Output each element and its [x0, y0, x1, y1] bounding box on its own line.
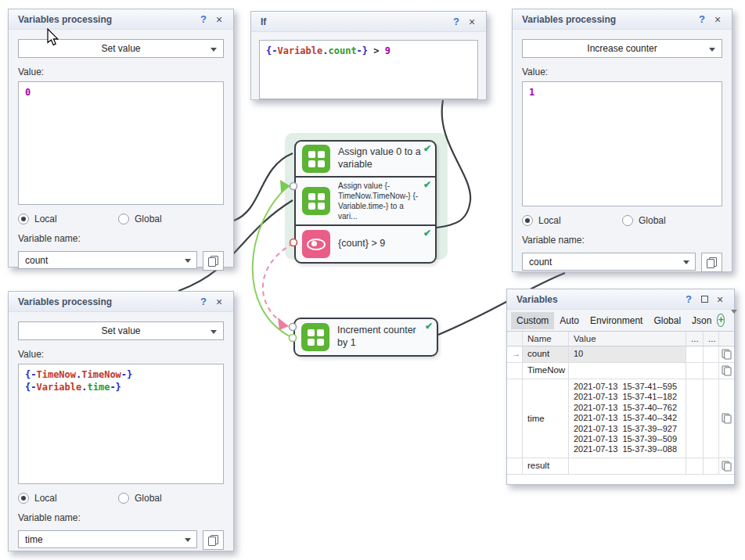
block-condition[interactable]: {count} > 9 ✔	[296, 224, 435, 262]
chevron-down-icon	[185, 259, 191, 263]
col-extra2[interactable]: ...	[704, 332, 719, 346]
tab-auto[interactable]: Auto	[554, 312, 585, 329]
close-icon[interactable]: ×	[211, 13, 227, 27]
radio-dot	[622, 215, 633, 226]
radio-global[interactable]: Global	[622, 215, 722, 226]
success-check-icon: ✔	[423, 179, 431, 190]
radio-local[interactable]: Local	[18, 214, 118, 224]
close-icon[interactable]: ×	[712, 293, 728, 307]
grid-icon	[308, 329, 324, 346]
panel-header[interactable]: If ? ×	[251, 12, 486, 32]
chevron-down-icon	[709, 48, 715, 52]
help-icon[interactable]: ?	[681, 293, 696, 307]
wire-setcount-to-block1[interactable]	[234, 153, 293, 221]
table-row[interactable]: time 2021-07-13 15-37-41--595 2021-07-13…	[507, 379, 734, 458]
radio-local[interactable]: Local	[522, 215, 622, 226]
radio-global[interactable]: Global	[118, 214, 218, 224]
help-icon[interactable]: ?	[448, 15, 464, 29]
variable-name-combobox[interactable]: time	[18, 530, 197, 548]
var-name-cell[interactable]: time	[523, 379, 569, 458]
block-assign-zero[interactable]: Assign value 0 to a variable ✔	[296, 142, 435, 176]
add-variable-icon[interactable]: +	[717, 314, 725, 327]
help-icon[interactable]: ?	[196, 13, 211, 27]
panel-title: Variables processing	[18, 14, 196, 25]
copy-icon[interactable]	[724, 366, 729, 376]
panel-header[interactable]: Variables processing ? ×	[9, 9, 233, 30]
action-block-stack[interactable]: Assign value 0 to a variable ✔ Assign va…	[294, 140, 437, 264]
close-icon[interactable]: ×	[211, 295, 227, 309]
col-value[interactable]: Value	[569, 332, 686, 346]
grid-icon	[308, 193, 325, 210]
maximize-icon[interactable]	[696, 293, 712, 307]
copy-variable-button[interactable]	[701, 253, 722, 272]
action-dropdown[interactable]: Set value	[18, 39, 224, 58]
col-copy	[719, 332, 734, 346]
panel-variables: Variables ? × Custom Auto Environment Gl…	[506, 289, 735, 485]
var-value-cell[interactable]	[569, 363, 686, 379]
var-value-cell[interactable]: 10	[569, 346, 686, 363]
pink-arrowhead	[278, 318, 289, 330]
variable-name-label: Variable name:	[522, 235, 722, 246]
copy-icon[interactable]	[724, 350, 729, 360]
var-name-cell[interactable]: result	[523, 458, 569, 475]
block-assign-time[interactable]: Assign value {-TimeNow.TimeNow-} {-Varia…	[296, 176, 435, 224]
value-label: Value:	[522, 66, 722, 77]
variables-processing-icon	[301, 323, 329, 351]
toggle-eye-icon	[307, 239, 326, 250]
block-increment-counter[interactable]: Increment counter by 1 ✔	[293, 318, 438, 357]
value-textarea[interactable]: {-TimeNow.TimeNow-} {-Variable.time-}	[18, 364, 224, 484]
gutter-header	[507, 332, 523, 346]
chevron-down-icon[interactable]	[731, 314, 737, 328]
chevron-down-icon	[211, 330, 217, 334]
block-label: Assign value {-TimeNow.TimeNow-} {-Varia…	[338, 181, 424, 221]
copy-variable-button[interactable]	[203, 530, 224, 550]
condition-textarea[interactable]: {-Variable.count-} > 9	[259, 40, 478, 99]
table-row[interactable]: result	[507, 458, 734, 475]
radio-dot	[118, 493, 129, 504]
chevron-down-icon	[185, 538, 191, 542]
panel-header[interactable]: Variables processing ? ×	[513, 9, 732, 30]
panel-header[interactable]: Variables processing ? ×	[9, 292, 233, 312]
close-icon[interactable]: ×	[464, 15, 480, 29]
current-row-arrow-icon: →	[507, 346, 523, 363]
variable-name-combobox[interactable]: count	[522, 253, 696, 271]
help-icon[interactable]: ?	[694, 13, 710, 27]
variables-processing-icon	[302, 145, 330, 173]
help-icon[interactable]: ?	[196, 295, 211, 309]
tab-json[interactable]: Json	[686, 312, 717, 329]
radio-local[interactable]: Local	[18, 493, 118, 504]
success-check-icon: ✔	[423, 143, 431, 154]
radio-global[interactable]: Global	[118, 493, 218, 504]
radio-dot	[118, 214, 129, 224]
panel-title: Variables processing	[18, 296, 196, 307]
table-row[interactable]: → count 10	[507, 346, 734, 363]
tab-custom[interactable]: Custom	[511, 312, 554, 329]
var-name-cell[interactable]: TimeNow	[523, 363, 569, 379]
value-textarea[interactable]: 0	[18, 81, 224, 205]
copy-variable-button[interactable]	[203, 251, 224, 271]
variables-tab-bar: Custom Auto Environment Global Json +	[507, 310, 734, 331]
action-dropdown-label: Set value	[101, 43, 140, 54]
copy-icon	[707, 257, 717, 268]
col-name[interactable]: Name	[523, 332, 569, 346]
panel-if: If ? × {-Variable.count-} > 9	[250, 11, 487, 100]
copy-icon[interactable]	[724, 461, 729, 471]
close-icon[interactable]: ×	[710, 13, 725, 27]
panel-title: Variables processing	[522, 14, 694, 25]
copy-icon	[208, 256, 218, 267]
panel-header[interactable]: Variables ? ×	[507, 289, 734, 310]
variable-name-combobox[interactable]: count	[18, 251, 197, 269]
radio-dot-selected	[522, 215, 533, 226]
action-dropdown[interactable]: Set value	[18, 321, 224, 340]
tab-global[interactable]: Global	[648, 312, 686, 329]
col-extra1[interactable]: ...	[686, 332, 704, 346]
copy-icon[interactable]	[724, 413, 729, 423]
variable-name-label: Variable name:	[18, 233, 224, 244]
var-name-cell[interactable]: count	[523, 346, 569, 363]
table-row[interactable]: TimeNow	[507, 363, 734, 379]
var-value-cell[interactable]	[569, 458, 686, 475]
action-dropdown[interactable]: Increase counter	[522, 39, 722, 58]
tab-environment[interactable]: Environment	[585, 312, 648, 329]
var-value-cell[interactable]: 2021-07-13 15-37-41--595 2021-07-13 15-3…	[569, 379, 686, 458]
value-textarea[interactable]: 1	[522, 81, 722, 206]
